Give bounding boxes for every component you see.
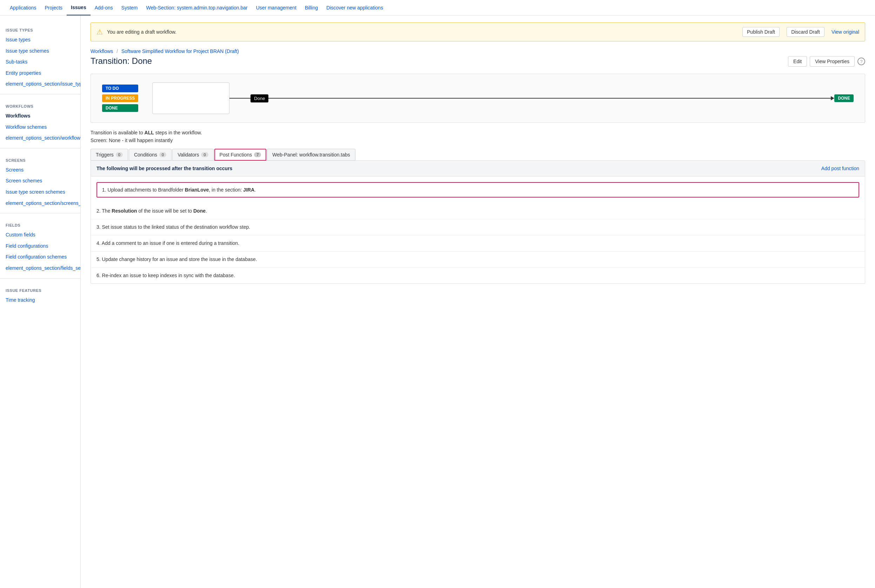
transition-screen: Screen: None - it will happen instantly [90,138,865,143]
divider-2 [0,148,80,148]
tab-validators-count: 0 [201,152,208,157]
sidebar-item-element-options-fields[interactable]: element_options_section/fields_section [0,263,80,274]
arrow-line: Done DONE [229,94,854,102]
discard-draft-button[interactable]: Discard Draft [787,27,824,37]
section-screens: SCREENS Screens Screen schemes Issue typ… [0,153,80,209]
section-issue-features: ISSUE FEATURES Time tracking [0,283,80,306]
layout: ISSUE TYPES Issue types Issue type schem… [0,15,875,588]
nav-issues[interactable]: Issues [67,0,90,15]
arrow-line-right [268,98,831,99]
tab-web-panel-label: Web-Panel: workflow.transition.tabs [272,152,350,158]
section-title-fields: FIELDS [0,218,80,230]
tab-post-functions-label: Post Functions [220,152,252,158]
sidebar-item-field-configurations[interactable]: Field configurations [0,241,80,252]
workflow-diagram: TO DO IN PROGRESS DONE Done DONE [90,74,865,123]
tab-validators-label: Validators [178,152,199,158]
page-header: Transition: Done Edit View Properties ? [90,56,865,67]
section-title-issue-features: ISSUE FEATURES [0,283,80,295]
sidebar-item-element-options-screens[interactable]: element_options_section/screens_section [0,198,80,209]
view-properties-button[interactable]: View Properties [810,56,855,67]
sidebar-item-custom-fields[interactable]: Custom fields [0,230,80,241]
tabs-container: Triggers 0 Conditions 0 Validators 0 Pos… [90,149,865,160]
top-nav: Applications Projects Issues Add-ons Sys… [0,0,875,15]
section-issue-types: ISSUE TYPES Issue types Issue type schem… [0,22,80,90]
pf-item-3: 3. Set issue status to the linked status… [91,219,865,236]
nav-websection[interactable]: Web-Section: system.admin.top.navigation… [142,0,252,15]
transition-label: Done [250,94,268,102]
sidebar-item-workflows[interactable]: Workflows [0,111,80,122]
sidebar-item-sub-tasks[interactable]: Sub-tasks [0,57,80,68]
pf-item-2: 2. The Resolution of the issue will be s… [91,203,865,219]
state-todo: TO DO [102,84,138,92]
tab-conditions-count: 0 [159,152,166,157]
publish-draft-button[interactable]: Publish Draft [742,27,779,37]
nav-addons[interactable]: Add-ons [90,0,117,15]
nav-billing[interactable]: Billing [301,0,322,15]
page-title: Transition: Done [90,56,152,66]
section-title-screens: SCREENS [0,153,80,165]
tab-triggers[interactable]: Triggers 0 [90,149,128,160]
sidebar-item-issue-types[interactable]: Issue types [0,34,80,46]
transition-availability: Transition is available to ALL steps in … [90,130,865,135]
pf-item-4: 4. Add a comment to an issue if one is e… [91,236,865,252]
panel-header-title: The following will be processed after th… [96,166,232,171]
diagram-box [152,82,229,114]
tab-triggers-count: 0 [116,152,123,157]
sidebar-item-entity-properties[interactable]: Entity properties [0,68,80,79]
tab-conditions[interactable]: Conditions 0 [129,149,172,160]
diagram-states: TO DO IN PROGRESS DONE [102,84,138,112]
breadcrumb-current[interactable]: Software Simplified Workflow for Project… [121,48,239,54]
help-icon[interactable]: ? [857,57,865,65]
pf-item-1-num: 1. [102,187,108,193]
nav-system[interactable]: System [117,0,142,15]
arrow-pointer [831,96,834,100]
sidebar-item-screen-schemes[interactable]: Screen schemes [0,176,80,187]
draft-banner: ⚠ You are editing a draft workflow. Publ… [90,22,865,41]
section-fields: FIELDS Custom fields Field configuration… [0,218,80,274]
nav-projects[interactable]: Projects [41,0,67,15]
sidebar-item-issue-type-screen-schemes[interactable]: Issue type screen schemes [0,187,80,198]
pf-item-1: 1. Upload attachments to Brandfolder Bri… [96,182,859,198]
view-original-link[interactable]: View original [832,29,859,35]
divider-4 [0,278,80,279]
divider-1 [0,94,80,94]
sidebar: ISSUE TYPES Issue types Issue type schem… [0,15,81,588]
warning-icon: ⚠ [96,28,103,36]
pf-item-5: 5. Update change history for an issue an… [91,252,865,268]
pf-item-1-wrapper: 1. Upload attachments to Brandfolder Bri… [91,177,865,203]
divider-3 [0,213,80,213]
breadcrumb-separator: / [117,48,118,54]
sidebar-item-field-config-schemes[interactable]: Field configuration schemes [0,252,80,263]
sidebar-item-screens[interactable]: Screens [0,165,80,176]
section-title-issue-types: ISSUE TYPES [0,22,80,34]
section-workflows: WORKFLOWS Workflows Workflow schemes ele… [0,99,80,144]
page-actions: Edit View Properties ? [788,56,865,67]
tab-post-functions-count: 7 [254,152,261,157]
sidebar-item-issue-type-schemes[interactable]: Issue type schemes [0,46,80,57]
tab-validators[interactable]: Validators 0 [172,149,213,160]
arrow-line-left [229,98,250,99]
banner-text: You are editing a draft workflow. [107,29,736,35]
edit-button[interactable]: Edit [788,56,807,67]
sidebar-item-time-tracking[interactable]: Time tracking [0,295,80,306]
add-post-function-link[interactable]: Add post function [821,166,859,171]
pf-item-6: 6. Re-index an issue to keep indexes in … [91,268,865,284]
breadcrumb-parent[interactable]: Workflows [90,48,113,54]
panel-header: The following will be processed after th… [91,160,865,177]
nav-discover[interactable]: Discover new applications [322,0,387,15]
sidebar-item-element-options-workflows[interactable]: element_options_section/workflows_sectio… [0,133,80,144]
nav-user-management[interactable]: User management [252,0,301,15]
tab-conditions-label: Conditions [134,152,157,158]
sidebar-item-workflow-schemes[interactable]: Workflow schemes [0,122,80,133]
tab-web-panel[interactable]: Web-Panel: workflow.transition.tabs [267,149,355,160]
pf-item-1-text: Upload attachments to Brandfolder BrianL… [108,187,256,193]
sidebar-item-element-options-issue-types[interactable]: element_options_section/issue_types_sect… [0,79,80,90]
transition-info: Transition is available to ALL steps in … [90,130,865,143]
state-done: DONE [102,104,138,112]
nav-applications[interactable]: Applications [6,0,41,15]
state-inprogress: IN PROGRESS [102,94,138,102]
end-state: DONE [834,94,854,102]
main-content: ⚠ You are editing a draft workflow. Publ… [81,15,875,588]
tab-post-functions[interactable]: Post Functions 7 [214,149,267,160]
tab-triggers-label: Triggers [96,152,114,158]
